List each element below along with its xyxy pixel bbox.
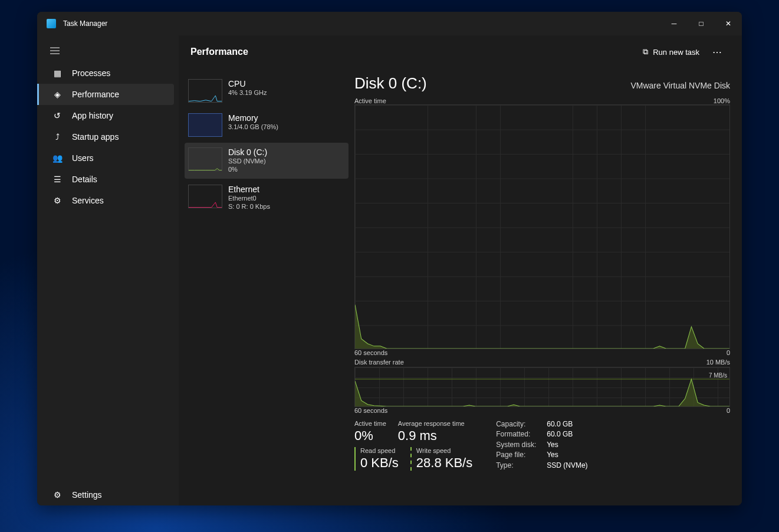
v: Yes	[547, 451, 587, 460]
sidebar-item-app-history[interactable]: ↺ App history	[37, 105, 179, 126]
sidebar-label: Performance	[72, 90, 119, 99]
stat-value: 0%	[354, 428, 386, 444]
x-end: 0	[727, 407, 730, 414]
perf-item-disk[interactable]: Disk 0 (C:) SSD (NVMe) 0%	[185, 143, 349, 179]
perf-item-ethernet[interactable]: Ethernet Ethernet0 S: 0 R: 0 Kbps	[185, 180, 349, 216]
perf-sub: 3.1/4.0 GB (78%)	[228, 123, 278, 131]
svg-marker-0	[355, 305, 729, 349]
k: Type:	[496, 461, 536, 471]
svg-marker-2	[355, 379, 729, 406]
more-options-button[interactable]: ⋯	[705, 43, 730, 61]
memory-mini-graph	[188, 113, 222, 137]
app-icon	[47, 19, 56, 28]
content-area: Performance ⧉ Run new task ⋯ CPU 4%	[179, 35, 742, 505]
disk-info-table: Capacity:60.0 GB Formatted:60.0 GB Syste…	[496, 420, 587, 471]
perf-sub: SSD (NVMe)	[228, 157, 267, 165]
detail-pane: Disk 0 (C:) VMware Virtual NVMe Disk Act…	[354, 74, 730, 500]
stat-label: Write speed	[416, 447, 472, 454]
hamburger-button[interactable]	[37, 40, 179, 63]
perf-item-cpu[interactable]: CPU 4% 3.19 GHz	[185, 74, 349, 107]
v: SSD (NVMe)	[547, 461, 587, 471]
sidebar-item-startup-apps[interactable]: ⤴ Startup apps	[37, 126, 179, 147]
sidebar-item-processes[interactable]: ▦ Processes	[37, 63, 179, 84]
close-button[interactable]: ✕	[715, 12, 742, 35]
chart-label: Active time	[354, 97, 386, 104]
detail-device: VMware Virtual NVMe Disk	[630, 81, 730, 90]
perf-title: Ethernet	[228, 185, 270, 194]
active-time-chart	[354, 104, 730, 349]
performance-icon: ◈	[52, 90, 63, 99]
perf-sub: S: 0 R: 0 Kbps	[228, 202, 270, 211]
stat-value: 28.8 KB/s	[416, 455, 472, 471]
sidebar-label: Startup apps	[72, 132, 119, 142]
page-title: Performance	[190, 47, 637, 57]
details-icon: ☰	[52, 175, 63, 184]
k: System disk:	[496, 441, 536, 450]
sidebar-item-services[interactable]: ⚙ Services	[37, 190, 179, 211]
x-start: 60 seconds	[354, 407, 387, 414]
users-icon: 👥	[52, 153, 63, 163]
run-new-task-button[interactable]: ⧉ Run new task	[637, 44, 705, 60]
sidebar: ▦ Processes ◈ Performance ↺ App history …	[37, 35, 179, 505]
x-end: 0	[727, 349, 730, 356]
v: 60.0 GB	[547, 420, 587, 429]
titlebar[interactable]: Task Manager ─ □ ✕	[37, 12, 742, 35]
k: Page file:	[496, 451, 536, 460]
services-icon: ⚙	[52, 196, 63, 205]
sidebar-item-users[interactable]: 👥 Users	[37, 147, 179, 169]
stat-label: Read speed	[360, 447, 399, 454]
sidebar-label: Settings	[72, 490, 102, 500]
x-start: 60 seconds	[354, 349, 387, 356]
stat-label: Average response time	[398, 420, 465, 427]
perf-title: Disk 0 (C:)	[228, 147, 267, 157]
ethernet-mini-graph	[188, 185, 222, 208]
chart-label: Disk transfer rate	[354, 359, 404, 366]
performance-list: CPU 4% 3.19 GHz Memory 3.1/4.0 GB (78%)	[185, 74, 349, 500]
sidebar-label: Processes	[72, 68, 110, 78]
perf-title: CPU	[228, 79, 267, 88]
sidebar-item-details[interactable]: ☰ Details	[37, 169, 179, 190]
task-manager-window: Task Manager ─ □ ✕ ▦ Processes ◈ Perform…	[37, 12, 742, 505]
perf-sub: 0%	[228, 165, 267, 173]
disk-mini-graph	[188, 147, 222, 171]
perf-item-memory[interactable]: Memory 3.1/4.0 GB (78%)	[185, 109, 349, 142]
run-task-label: Run new task	[653, 48, 699, 57]
minimize-button[interactable]: ─	[660, 12, 688, 35]
history-icon: ↺	[52, 111, 63, 120]
processes-icon: ▦	[52, 68, 63, 78]
v: Yes	[547, 441, 587, 450]
k: Capacity:	[496, 420, 536, 429]
chart-max: 100%	[714, 97, 730, 104]
maximize-button[interactable]: □	[688, 12, 715, 35]
gear-icon: ⚙	[52, 490, 63, 500]
window-title: Task Manager	[63, 19, 660, 28]
sidebar-item-performance[interactable]: ◈ Performance	[37, 84, 174, 105]
sidebar-item-settings[interactable]: ⚙ Settings	[37, 484, 179, 505]
stat-value: 0 KB/s	[360, 455, 399, 471]
v: 60.0 GB	[547, 430, 587, 439]
sidebar-label: Users	[72, 153, 94, 163]
stat-value: 0.9 ms	[398, 428, 465, 444]
chart-max: 10 MB/s	[706, 359, 730, 366]
cpu-mini-graph	[188, 79, 222, 103]
run-task-icon: ⧉	[643, 47, 648, 57]
transfer-rate-chart: 7 MB/s	[354, 367, 730, 407]
startup-icon: ⤴	[52, 132, 63, 142]
perf-title: Memory	[228, 113, 278, 123]
perf-sub: Ethernet0	[228, 194, 270, 202]
k: Formatted:	[496, 430, 536, 439]
stat-label: Active time	[354, 420, 386, 427]
detail-title: Disk 0 (C:)	[354, 74, 427, 93]
sidebar-label: Services	[72, 196, 104, 205]
sidebar-label: Details	[72, 175, 97, 184]
perf-sub: 4% 3.19 GHz	[228, 88, 267, 97]
sidebar-label: App history	[72, 111, 113, 120]
